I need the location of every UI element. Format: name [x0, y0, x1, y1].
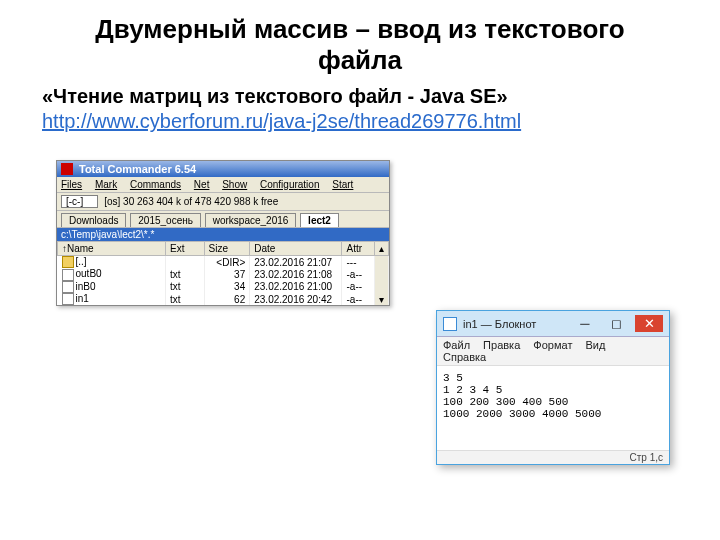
tc-tabrow: Downloads 2015_осень workspace_2016 lect… — [57, 211, 389, 228]
tc-col-date[interactable]: Date — [250, 242, 342, 256]
table-row[interactable]: in1 txt62 23.02.2016 20:42-a--▾ — [58, 293, 389, 305]
np-menubar: Файл Правка Формат Вид Справка — [437, 337, 669, 366]
tc-pathbar[interactable]: c:\Temp\java\lect2\*.* — [57, 228, 389, 241]
np-title: in1 — Блокнот — [463, 318, 536, 330]
tc-menu-show[interactable]: Show — [222, 179, 247, 190]
slide-title: Двумерный массив – ввод из текстового фа… — [0, 0, 720, 81]
tc-scroll-up[interactable]: ▴ — [375, 242, 389, 256]
file-icon — [62, 269, 74, 281]
tc-scroll-down[interactable]: ▾ — [375, 293, 389, 305]
maximize-button[interactable]: ◻ — [603, 315, 631, 332]
tc-menu-configuration[interactable]: Configuration — [260, 179, 319, 190]
folder-up-icon — [62, 256, 74, 268]
close-button[interactable]: ✕ — [635, 315, 663, 332]
tc-tab-downloads[interactable]: Downloads — [61, 213, 126, 227]
notepad-window: in1 — Блокнот ─ ◻ ✕ Файл Правка Формат В… — [436, 310, 670, 465]
notepad-icon — [443, 317, 457, 331]
minimize-button[interactable]: ─ — [571, 315, 599, 332]
np-menu-help[interactable]: Справка — [443, 351, 486, 363]
tc-tab-workspace[interactable]: workspace_2016 — [205, 213, 297, 227]
np-menu-view[interactable]: Вид — [585, 339, 605, 351]
np-statusbar: Стр 1,с — [437, 450, 669, 464]
tc-menu-mark[interactable]: Mark — [95, 179, 117, 190]
tc-tab-2015[interactable]: 2015_осень — [130, 213, 201, 227]
table-row[interactable]: inB0 txt34 23.02.2016 21:00-a-- — [58, 281, 389, 293]
table-row[interactable]: outB0 txt37 23.02.2016 21:08-a-- — [58, 268, 389, 280]
tc-menu-files[interactable]: Files — [61, 179, 82, 190]
tc-col-name[interactable]: Name — [67, 243, 94, 254]
tc-menu-commands[interactable]: Commands — [130, 179, 181, 190]
np-menu-format[interactable]: Формат — [533, 339, 572, 351]
file-icon — [62, 281, 74, 293]
tc-col-attr[interactable]: Attr — [342, 242, 375, 256]
tc-col-ext[interactable]: Ext — [165, 242, 204, 256]
table-row[interactable]: [..] <DIR> 23.02.2016 21:07--- — [58, 256, 389, 269]
tc-header-row: ↑Name Ext Size Date Attr ▴ — [58, 242, 389, 256]
tc-filelist: ↑Name Ext Size Date Attr ▴ [..] <DIR> 23… — [57, 241, 389, 305]
tc-tab-lect2[interactable]: lect2 — [300, 213, 339, 227]
slide-subtitle: «Чтение матриц из текстового файл - Java… — [0, 81, 720, 108]
tc-drive-selector[interactable]: [-c-] — [61, 195, 98, 208]
tc-menu-start[interactable]: Start — [332, 179, 353, 190]
total-commander-window: Total Commander 6.54 Files Mark Commands… — [56, 160, 390, 306]
tc-titlebar[interactable]: Total Commander 6.54 — [57, 161, 389, 177]
tc-drivebar: [-c-] [os] 30 263 404 k of 478 420 988 k… — [57, 193, 389, 211]
source-link-row: http://www.cyberforum.ru/java-j2se/threa… — [0, 108, 720, 133]
file-icon — [62, 293, 74, 305]
source-link[interactable]: http://www.cyberforum.ru/java-j2se/threa… — [42, 110, 521, 132]
tc-app-icon — [61, 163, 73, 175]
np-titlebar[interactable]: in1 — Блокнот ─ ◻ ✕ — [437, 311, 669, 337]
tc-title-text: Total Commander 6.54 — [79, 163, 196, 175]
tc-menu-net[interactable]: Net — [194, 179, 210, 190]
tc-col-size[interactable]: Size — [204, 242, 250, 256]
tc-menubar: Files Mark Commands Net Show Configurati… — [57, 177, 389, 193]
tc-drive-info: [os] 30 263 404 k of 478 420 988 k free — [104, 196, 278, 207]
np-content[interactable]: 3 5 1 2 3 4 5 100 200 300 400 500 1000 2… — [437, 366, 669, 450]
np-menu-file[interactable]: Файл — [443, 339, 470, 351]
np-menu-edit[interactable]: Правка — [483, 339, 520, 351]
